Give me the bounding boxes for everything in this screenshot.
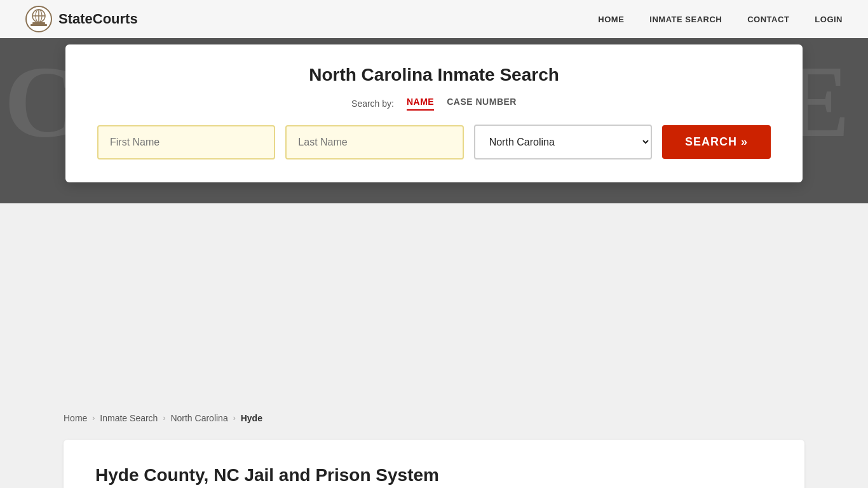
logo-icon	[25, 6, 52, 32]
breadcrumb-sep-3: ›	[233, 414, 236, 423]
breadcrumb-inmate-search[interactable]: Inmate Search	[100, 413, 158, 423]
search-card: North Carolina Inmate Search Search by: …	[65, 44, 803, 182]
breadcrumb-state[interactable]: North Carolina	[170, 413, 227, 423]
search-button[interactable]: SEARCH »	[662, 125, 771, 159]
main-content: Hyde County, NC Jail and Prison System H…	[64, 440, 804, 488]
nav-home[interactable]: HOME	[598, 15, 624, 24]
logo-text: StateCourts	[58, 11, 138, 27]
breadcrumb-county: Hyde	[241, 413, 262, 423]
breadcrumb-home[interactable]: Home	[64, 413, 87, 423]
nav-contact[interactable]: CONTACT	[747, 15, 789, 24]
logo-link[interactable]: StateCourts	[25, 6, 138, 32]
top-navigation: StateCourts HOME INMATE SEARCH CONTACT L…	[0, 0, 868, 38]
search-by-row: Search by: NAME CASE NUMBER	[97, 97, 771, 111]
header: COURTHOUSE StateCourts HOME INMATE SEARC…	[0, 0, 868, 203]
breadcrumb: Home › Inmate Search › North Carolina › …	[0, 407, 868, 430]
state-select[interactable]: North Carolina Alabama Alaska California…	[474, 125, 652, 159]
last-name-input[interactable]	[285, 125, 463, 159]
svg-rect-6	[31, 24, 47, 26]
svg-rect-5	[32, 22, 45, 24]
tab-name[interactable]: NAME	[407, 97, 434, 111]
search-card-title: North Carolina Inmate Search	[97, 65, 771, 85]
nav-links: HOME INMATE SEARCH CONTACT LOGIN	[598, 13, 843, 25]
tab-case-number[interactable]: CASE NUMBER	[447, 97, 517, 111]
breadcrumb-sep-1: ›	[92, 414, 95, 423]
nav-login[interactable]: LOGIN	[815, 15, 843, 24]
first-name-input[interactable]	[97, 125, 275, 159]
nav-inmate-search[interactable]: INMATE SEARCH	[649, 15, 722, 24]
breadcrumb-sep-2: ›	[163, 414, 165, 423]
search-by-label: Search by:	[351, 98, 394, 109]
search-inputs-row: North Carolina Alabama Alaska California…	[97, 125, 771, 159]
county-title: Hyde County, NC Jail and Prison System	[95, 465, 773, 485]
